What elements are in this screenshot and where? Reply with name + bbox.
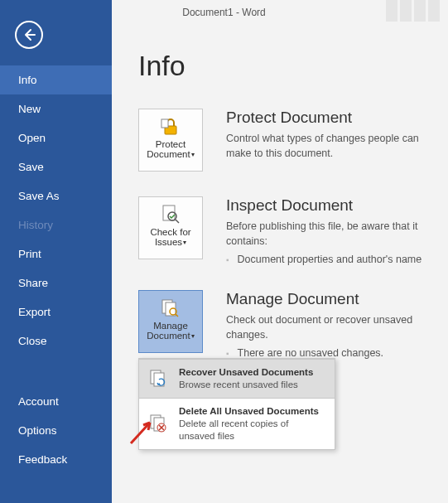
nav-label: History bbox=[18, 219, 53, 231]
nav-label: Open bbox=[18, 132, 46, 144]
nav-account[interactable]: Account bbox=[0, 387, 112, 416]
menu-delete-title: Delete All Unsaved Documents bbox=[179, 405, 326, 418]
nav-label: Close bbox=[18, 335, 47, 347]
manage-document-menu: Recover Unsaved Documents Browse recent … bbox=[138, 358, 335, 450]
tile-line1: Manage bbox=[153, 321, 188, 331]
nav-save[interactable]: Save bbox=[0, 152, 112, 181]
nav-feedback[interactable]: Feedback bbox=[0, 445, 112, 474]
tile-line1: Protect bbox=[156, 139, 185, 149]
nav-info[interactable]: Info bbox=[0, 65, 112, 94]
section-protect: ProtectDocument▾ Protect Document Contro… bbox=[138, 109, 433, 172]
tile-line1: Check for bbox=[150, 227, 190, 237]
nav-export[interactable]: Export bbox=[0, 297, 112, 326]
delete-icon bbox=[147, 412, 171, 435]
manage-desc: Check out document or recover unsaved ch… bbox=[226, 313, 433, 342]
backstage-sidebar: Info New Open Save Save As History Print… bbox=[0, 0, 112, 503]
nav-label: Options bbox=[18, 424, 57, 437]
tile-line2: Issues bbox=[155, 237, 182, 247]
tile-line2: Document bbox=[147, 331, 190, 341]
check-for-issues-button[interactable]: Check forIssues▾ bbox=[138, 196, 203, 259]
menu-delete-unsaved[interactable]: Delete All Unsaved Documents Delete all … bbox=[139, 399, 335, 449]
nav-label: Info bbox=[18, 74, 37, 86]
tile-line2: Document bbox=[147, 149, 190, 159]
inspect-heading: Inspect Document bbox=[226, 196, 433, 215]
lock-icon bbox=[139, 114, 202, 139]
nav-label: Save As bbox=[18, 190, 60, 202]
svg-rect-1 bbox=[161, 119, 168, 128]
page-title: Info bbox=[138, 50, 433, 82]
inspect-bullet: Document properties and author's name bbox=[226, 254, 433, 265]
nav-share[interactable]: Share bbox=[0, 268, 112, 297]
menu-delete-sub: Delete all recent copies of unsaved file… bbox=[179, 418, 326, 443]
menu-recover-title: Recover Unsaved Documents bbox=[179, 366, 313, 379]
arrow-left-icon bbox=[22, 28, 36, 41]
manage-heading: Manage Document bbox=[226, 290, 433, 308]
nav-label: New bbox=[18, 103, 41, 115]
inspect-icon bbox=[139, 202, 202, 227]
chevron-down-icon: ▾ bbox=[183, 239, 186, 246]
section-inspect: Check forIssues▾ Inspect Document Before… bbox=[138, 196, 433, 265]
nav-label: Save bbox=[18, 161, 44, 173]
manage-bullet: There are no unsaved changes. bbox=[226, 347, 433, 359]
back-button[interactable] bbox=[15, 21, 43, 49]
nav-print[interactable]: Print bbox=[0, 239, 112, 268]
nav-label: Feedback bbox=[18, 453, 67, 466]
protect-heading: Protect Document bbox=[226, 109, 433, 127]
nav-save-as[interactable]: Save As bbox=[0, 181, 112, 210]
chevron-down-icon: ▾ bbox=[191, 332, 195, 340]
content-area: Info ProtectDocument▾ Protect Document C… bbox=[112, 25, 448, 503]
menu-recover-unsaved[interactable]: Recover Unsaved Documents Browse recent … bbox=[139, 359, 335, 399]
protect-document-button[interactable]: ProtectDocument▾ bbox=[138, 109, 203, 172]
menu-recover-sub: Browse recent unsaved files bbox=[179, 379, 313, 391]
recover-icon bbox=[147, 367, 171, 390]
window-title: Document1 - Word bbox=[182, 7, 265, 18]
protect-desc: Control what types of changes people can… bbox=[226, 132, 433, 161]
nav-label: Share bbox=[18, 277, 48, 289]
manage-document-button[interactable]: ManageDocument▾ bbox=[138, 290, 203, 353]
nav-history: History bbox=[0, 210, 112, 239]
inspect-desc: Before publishing this file, be aware th… bbox=[226, 220, 433, 249]
ribbon-stubs bbox=[386, 0, 440, 22]
nav-label: Account bbox=[18, 395, 59, 408]
nav-open[interactable]: Open bbox=[0, 123, 112, 152]
nav-label: Print bbox=[18, 248, 41, 260]
nav-close[interactable]: Close bbox=[0, 326, 112, 355]
nav-options[interactable]: Options bbox=[0, 416, 112, 445]
nav-new[interactable]: New bbox=[0, 94, 112, 123]
section-manage: ManageDocument▾ Manage Document Check ou… bbox=[138, 290, 433, 359]
chevron-down-icon: ▾ bbox=[191, 151, 195, 158]
manage-doc-icon bbox=[139, 296, 202, 321]
nav-label: Export bbox=[18, 306, 51, 318]
